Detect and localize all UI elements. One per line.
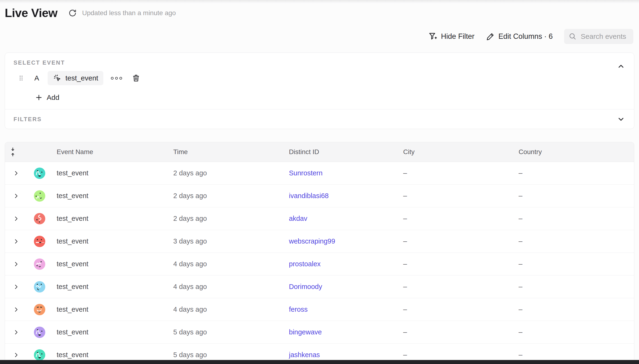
expand-row-button[interactable] — [13, 216, 19, 222]
table-row: test_event 4 days ago Dorimoody – – — [5, 276, 634, 298]
city-cell: – — [398, 306, 514, 313]
time-cell: 4 days ago — [168, 283, 284, 291]
expand-row-button[interactable] — [13, 170, 19, 176]
event-name-cell: test_event — [52, 351, 168, 359]
more-options-button[interactable] — [111, 77, 122, 80]
distinct-id-link[interactable]: bingewave — [289, 328, 322, 336]
hide-filter-label: Hide Filter — [441, 32, 475, 41]
country-cell: – — [514, 169, 634, 177]
add-event-button[interactable]: Add — [35, 94, 59, 102]
city-cell: – — [398, 215, 514, 222]
table-row: test_event 5 days ago bingewave – – — [5, 321, 634, 344]
event-name-cell: test_event — [52, 328, 168, 336]
collapse-section-button[interactable] — [617, 62, 625, 70]
time-cell: 4 days ago — [168, 260, 284, 268]
query-builder-panel: SELECT EVENT A test_event — [5, 52, 634, 129]
city-cell: – — [398, 192, 514, 200]
event-row: A test_event — [18, 71, 141, 86]
horizontal-scrollbar[interactable] — [0, 360, 639, 364]
distinct-id-link[interactable]: ivandiblasi68 — [289, 192, 329, 200]
distinct-id-link[interactable]: prostoalex — [289, 260, 321, 268]
chevron-right-icon — [13, 306, 19, 313]
updated-status: Updated less than a minute ago — [82, 9, 176, 17]
expand-row-button[interactable] — [13, 193, 19, 199]
add-button-label: Add — [47, 94, 59, 102]
distinct-id-link[interactable]: feross — [289, 306, 308, 313]
expand-row-button[interactable] — [13, 284, 19, 290]
event-name-cell: test_event — [52, 306, 168, 313]
user-avatar[interactable] — [34, 213, 45, 224]
user-avatar[interactable] — [34, 168, 45, 179]
hide-filter-button[interactable]: Hide Filter — [428, 32, 475, 41]
collapse-rows-button[interactable] — [5, 147, 16, 157]
select-event-label: SELECT EVENT — [14, 60, 65, 66]
expand-row-button[interactable] — [13, 306, 19, 313]
expand-row-button[interactable] — [13, 329, 19, 335]
expand-row-button[interactable] — [13, 238, 19, 244]
more-options-icon — [119, 77, 122, 80]
filter-plus-icon — [428, 32, 438, 41]
chevron-right-icon — [13, 329, 19, 335]
chevron-right-icon — [13, 193, 19, 199]
user-avatar[interactable] — [34, 258, 45, 270]
user-avatar[interactable] — [34, 236, 45, 247]
user-avatar[interactable] — [34, 349, 45, 361]
refresh-button[interactable] — [67, 7, 78, 19]
time-cell: 2 days ago — [168, 192, 284, 200]
edit-columns-button[interactable]: Edit Columns · 6 — [486, 32, 553, 41]
pencil-icon — [486, 32, 495, 41]
user-avatar[interactable] — [34, 190, 45, 202]
expand-row-button[interactable] — [13, 261, 19, 267]
distinct-id-link[interactable]: jashkenas — [289, 351, 320, 359]
page-title: Live View — [5, 6, 57, 20]
event-name-cell: test_event — [52, 215, 168, 222]
chevron-down-icon — [617, 115, 625, 123]
table-row: test_event 4 days ago feross – – — [5, 298, 634, 321]
user-avatar[interactable] — [34, 326, 45, 338]
event-select-chip[interactable]: test_event — [48, 71, 103, 85]
search-box — [564, 29, 633, 44]
event-name-cell: test_event — [52, 238, 168, 245]
distinct-id-link[interactable]: Sunrostern — [289, 169, 323, 177]
edit-columns-label: Edit Columns · 6 — [498, 32, 553, 41]
chevron-right-icon — [13, 352, 19, 358]
column-header-event-name: Event Name — [52, 148, 168, 156]
table-row: test_event 4 days ago prostoalex – – — [5, 253, 634, 276]
table-header-row: Event Name Time Distinct ID City Country — [5, 142, 634, 162]
user-avatar[interactable] — [34, 281, 45, 292]
column-header-time: Time — [168, 148, 284, 156]
refresh-icon — [68, 8, 77, 18]
series-letter: A — [34, 74, 39, 82]
time-cell: 2 days ago — [168, 169, 284, 177]
expand-row-button[interactable] — [13, 352, 19, 358]
drag-handle-icon[interactable] — [18, 74, 24, 82]
time-cell: 4 days ago — [168, 306, 284, 313]
event-name-cell: test_event — [52, 260, 168, 268]
event-name-cell: test_event — [52, 169, 168, 177]
column-header-distinct-id: Distinct ID — [284, 148, 398, 156]
distinct-id-link[interactable]: webscraping99 — [289, 238, 335, 245]
plus-icon — [35, 94, 43, 102]
country-cell: – — [514, 306, 634, 313]
country-cell: – — [514, 192, 634, 200]
city-cell: – — [398, 283, 514, 291]
select-event-section: SELECT EVENT A test_event — [5, 53, 634, 109]
search-icon — [568, 32, 577, 41]
column-header-city: City — [398, 148, 514, 156]
page-header: Live View Updated less than a minute ago — [5, 6, 176, 20]
time-cell: 5 days ago — [168, 351, 284, 359]
city-cell: – — [398, 351, 514, 359]
chevron-up-icon — [617, 62, 625, 70]
country-cell: – — [514, 351, 634, 359]
distinct-id-link[interactable]: Dorimoody — [289, 283, 322, 291]
chevron-right-icon — [13, 170, 19, 176]
delete-event-button[interactable] — [132, 74, 141, 82]
country-cell: – — [514, 283, 634, 291]
chevron-right-icon — [13, 216, 19, 222]
expand-filters-button[interactable] — [617, 115, 625, 123]
distinct-id-link[interactable]: akdav — [289, 215, 307, 222]
user-avatar[interactable] — [34, 304, 45, 315]
search-input[interactable] — [581, 32, 629, 40]
city-cell: – — [398, 328, 514, 336]
event-name-cell: test_event — [52, 192, 168, 200]
